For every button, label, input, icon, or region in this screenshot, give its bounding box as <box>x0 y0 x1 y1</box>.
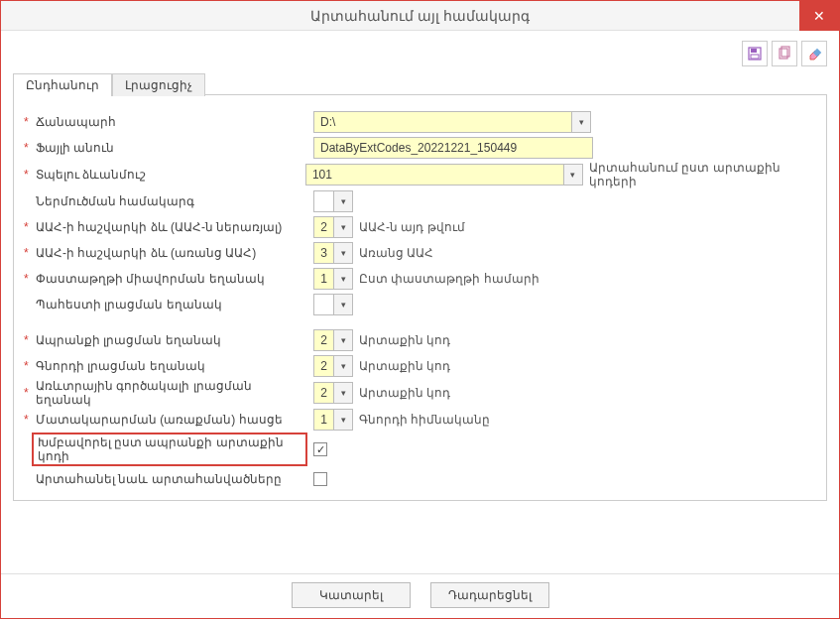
toolbar <box>13 41 827 66</box>
field-label: ԱԱՀ-ի հաշվարկի ձև (առանց ԱԱՀ) <box>36 246 256 260</box>
field-label: Տպելու ձևանմուշ <box>36 168 146 182</box>
supply-addr-desc: Գնորդի հիմնականը <box>359 413 490 427</box>
row-vat-incl: *ԱԱՀ-ի հաշվարկի ձև (ԱԱՀ-ն ներառյալ) ▾ ԱԱ… <box>24 214 816 240</box>
print-form-input[interactable] <box>305 164 563 186</box>
svg-rect-1 <box>751 49 757 53</box>
doc-form-combo[interactable]: ▾ <box>313 268 353 290</box>
vat-incl-input[interactable] <box>313 216 333 238</box>
vat-excl-combo[interactable]: ▾ <box>313 242 353 264</box>
required-marker: * <box>24 168 32 182</box>
field-label: Ճանապարհ <box>36 115 116 129</box>
required-marker: * <box>24 413 32 427</box>
save-button[interactable] <box>742 41 768 66</box>
doc-form-dropdown-button[interactable]: ▾ <box>333 268 353 290</box>
doc-form-input[interactable] <box>313 268 333 290</box>
tab-label: Ընդհանուր <box>26 78 99 92</box>
row-path: *Ճանապարհ ▾ <box>24 109 816 135</box>
required-marker <box>24 194 32 208</box>
buyer-input[interactable] <box>313 355 333 377</box>
field-label: ԱԱՀ-ի հաշվարկի ձև (ԱԱՀ-ն ներառյալ) <box>36 220 282 234</box>
row-product: *Ապրանքի լրացման եղանակ ▾ Արտաքին կոդ <box>24 327 816 353</box>
chevron-down-icon: ▾ <box>341 196 346 206</box>
close-button[interactable]: ✕ <box>799 1 839 31</box>
tab-general[interactable]: Ընդհանուր <box>13 73 112 96</box>
content-area: Ընդհանուր Լրացուցիչ *Ճանապարհ ▾ <box>1 31 839 573</box>
path-combo[interactable]: ▾ <box>313 111 591 133</box>
row-sales-agent: *Առևտրային գործակալի լրացման եղանակ ▾ Ար… <box>24 379 816 407</box>
export-dialog: Արտահանում այլ համակարգ ✕ Ընդհանուր Լրաց… <box>0 0 840 619</box>
cancel-button[interactable]: Դադարեցնել <box>430 582 549 608</box>
export-also-checkbox[interactable] <box>313 472 327 486</box>
supply-addr-dropdown-button[interactable]: ▾ <box>333 409 353 431</box>
vat-incl-dropdown-button[interactable]: ▾ <box>333 216 353 238</box>
row-doc-form: *Փաստաթղթի միավորման եղանակ ▾ Ըստ փաստաթ… <box>24 266 816 292</box>
group-by-checkbox[interactable] <box>313 442 327 456</box>
buyer-combo[interactable]: ▾ <box>313 355 353 377</box>
tabs-container: Ընդհանուր Լրացուցիչ *Ճանապարհ ▾ <box>13 94 827 501</box>
svg-rect-2 <box>751 55 759 59</box>
required-marker: * <box>24 333 32 347</box>
path-input[interactable] <box>313 111 571 133</box>
footer: Կատարել Դադարեցնել <box>1 573 839 618</box>
product-input[interactable] <box>313 329 333 351</box>
sales-agent-input[interactable] <box>313 382 333 404</box>
required-marker: * <box>24 272 32 286</box>
sales-agent-desc: Արտաքին կոդ <box>359 386 450 400</box>
field-label: Արտահանել նաև արտահանվածները <box>36 472 282 486</box>
sales-agent-combo[interactable]: ▾ <box>313 382 353 404</box>
required-marker: * <box>24 115 32 129</box>
chevron-down-icon: ▾ <box>570 170 575 180</box>
supply-addr-combo[interactable]: ▾ <box>313 409 353 431</box>
import-sys-dropdown-button[interactable]: ▾ <box>333 190 353 212</box>
vat-excl-dropdown-button[interactable]: ▾ <box>333 242 353 264</box>
tab-panel: Ընդհանուր Լրացուցիչ *Ճանապարհ ▾ <box>13 94 827 501</box>
path-dropdown-button[interactable]: ▾ <box>571 111 591 133</box>
buyer-dropdown-button[interactable]: ▾ <box>333 355 353 377</box>
product-dropdown-button[interactable]: ▾ <box>333 329 353 351</box>
row-supply-addr: *Մատակարարման (առաքման) հասցե ▾ Գնորդի հ… <box>24 407 816 433</box>
required-marker: * <box>24 359 32 373</box>
required-marker <box>24 442 32 456</box>
warehouse-dropdown-button[interactable]: ▾ <box>333 294 353 315</box>
execute-button[interactable]: Կատարել <box>292 582 411 608</box>
sales-agent-dropdown-button[interactable]: ▾ <box>333 382 353 404</box>
chevron-down-icon: ▾ <box>341 274 346 284</box>
button-label: Կատարել <box>319 588 383 602</box>
copy-icon <box>777 46 792 62</box>
field-label: Առևտրային գործակալի լրացման եղանակ <box>36 379 307 407</box>
product-combo[interactable]: ▾ <box>313 329 353 351</box>
vat-excl-input[interactable] <box>313 242 333 264</box>
chevron-down-icon: ▾ <box>341 248 346 258</box>
field-label: Մատակարարման (առաքման) հասցե <box>36 413 283 427</box>
product-desc: Արտաքին կոդ <box>359 333 450 347</box>
tab-additional[interactable]: Լրացուցիչ <box>112 73 205 96</box>
warehouse-combo[interactable]: ▾ <box>313 294 353 315</box>
tab-label: Լրացուցիչ <box>125 78 192 92</box>
row-export-also: Արտահանել նաև արտահանվածները <box>24 466 816 492</box>
row-filename: *Ֆայլի անուն <box>24 135 816 161</box>
field-label: Ապրանքի լրացման եղանակ <box>36 333 221 347</box>
button-label: Դադարեցնել <box>448 588 532 602</box>
print-form-dropdown-button[interactable]: ▾ <box>563 164 583 186</box>
erase-button[interactable] <box>801 41 827 66</box>
import-sys-combo[interactable]: ▾ <box>313 190 353 212</box>
row-warehouse: Պահեստի լրացման եղանակ ▾ <box>24 292 816 317</box>
copy-settings-button[interactable] <box>772 41 797 66</box>
supply-addr-input[interactable] <box>313 409 333 431</box>
filename-input[interactable] <box>313 137 593 159</box>
row-import-sys: Ներմուծման համակարգ ▾ <box>24 188 816 214</box>
vat-incl-combo[interactable]: ▾ <box>313 216 353 238</box>
erase-icon <box>806 46 822 62</box>
required-marker: * <box>24 386 32 400</box>
required-marker <box>24 298 32 311</box>
import-sys-input[interactable] <box>313 190 333 212</box>
field-label: Գնորդի լրացման եղանակ <box>36 359 205 373</box>
chevron-down-icon: ▾ <box>341 300 346 310</box>
field-label: Պահեստի լրացման եղանակ <box>36 298 222 311</box>
field-label: Ֆայլի անուն <box>36 141 114 155</box>
print-form-combo[interactable]: ▾ <box>305 164 583 186</box>
required-marker <box>24 472 32 486</box>
row-buyer: *Գնորդի լրացման եղանակ ▾ Արտաքին կոդ <box>24 353 816 379</box>
doc-form-desc: Ըստ փաստաթղթի համարի <box>359 272 540 286</box>
warehouse-input[interactable] <box>313 294 333 315</box>
